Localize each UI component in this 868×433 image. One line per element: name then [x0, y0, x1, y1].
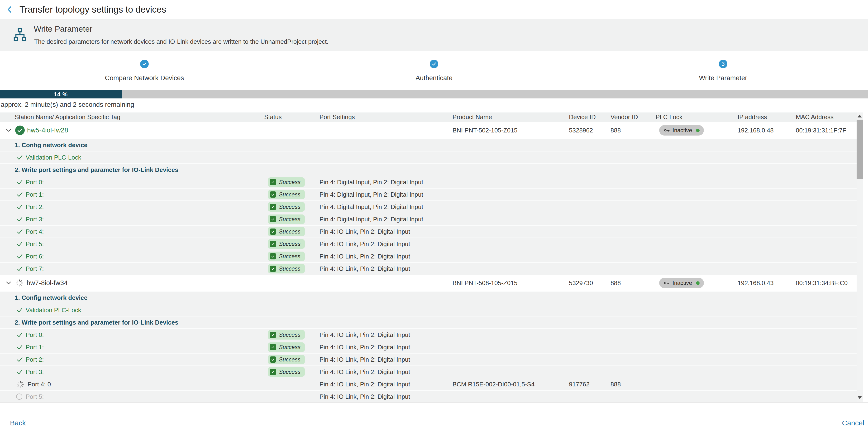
- port-settings-value: Pin 4: IO Link, Pin 2: Digital Input: [319, 344, 453, 351]
- back-chevron-icon[interactable]: [5, 5, 14, 14]
- stepper-connector: [149, 64, 430, 64]
- product-name-value: BNI PNT-502-105-Z015: [453, 127, 569, 134]
- badge-checkbox-icon: [270, 332, 276, 338]
- status-badge: Success: [268, 342, 305, 352]
- row-label: hw5-4iol-fw28: [27, 126, 68, 134]
- row-label: Port 5:: [26, 393, 44, 400]
- transfer-topology-dialog: Transfer topology settings to devices Wr…: [0, 0, 868, 433]
- topology-icon: [13, 28, 27, 42]
- col-product-name: Product Name: [453, 113, 569, 121]
- table-row: Port 2: Success Pin 4: Digital Input, Pi…: [0, 200, 868, 213]
- vendor-id-value: 888: [611, 381, 656, 388]
- port-settings-value: Pin 4: IO Link, Pin 2: Digital Input: [319, 253, 453, 260]
- spinner-icon: [16, 380, 24, 388]
- col-vendor-id: Vendor ID: [611, 113, 656, 121]
- plc-lock-badge: Inactive: [659, 125, 704, 136]
- row-label: Port 1:: [26, 191, 44, 198]
- status-badge: Success: [268, 355, 305, 364]
- plc-lock-label: Inactive: [673, 127, 692, 134]
- col-ip-address: IP address: [738, 113, 796, 121]
- status-badge: Success: [268, 227, 305, 236]
- table-row: Port 5: Pin 4: IO Link, Pin 2: Digital I…: [0, 390, 868, 402]
- plc-lock-label: Inactive: [673, 280, 692, 286]
- cancel-button[interactable]: Cancel: [842, 419, 864, 427]
- badge-label: Success: [279, 241, 301, 247]
- badge-label: Success: [279, 228, 301, 235]
- table-row: 1. Config network device: [0, 139, 868, 151]
- row-label: 2. Write port settings and parameter for…: [15, 319, 178, 326]
- page-title: Transfer topology settings to devices: [20, 4, 166, 15]
- scrollbar-up-icon[interactable]: [858, 115, 862, 117]
- check-icon: [16, 154, 23, 161]
- table-row: 1. Config network device: [0, 291, 868, 304]
- step-3-label: Write Parameter: [664, 74, 782, 82]
- plc-lock-badge: Inactive: [659, 278, 704, 288]
- table-row: Port 2: Success Pin 4: IO Link, Pin 2: D…: [0, 353, 868, 366]
- back-button[interactable]: Back: [10, 419, 26, 427]
- scrollbar-right-gap: [863, 113, 868, 402]
- status-badge: Success: [268, 330, 305, 340]
- row-label: hw7-8iol-fw34: [27, 279, 68, 287]
- row-label: Port 3:: [26, 368, 44, 376]
- row-label: Validation PLC-Lock: [26, 154, 81, 161]
- badge-checkbox-icon: [270, 369, 276, 375]
- badge-checkbox-icon: [270, 179, 276, 185]
- badge-checkbox-icon: [270, 204, 276, 210]
- table-row: Port 5: Success Pin 4: IO Link, Pin 2: D…: [0, 237, 868, 250]
- badge-label: Success: [279, 265, 301, 272]
- vertical-scrollbar[interactable]: [857, 113, 863, 402]
- check-icon: [16, 265, 23, 272]
- row-label: Port 7:: [26, 265, 44, 272]
- pending-circle-icon: [16, 394, 22, 400]
- table-row: Port 0: Success Pin 4: IO Link, Pin 2: D…: [0, 328, 868, 341]
- port-settings-value: Pin 4: IO Link, Pin 2: Digital Input: [319, 356, 453, 363]
- row-label: Port 6:: [26, 253, 44, 260]
- table-row[interactable]: hw5-4iol-fw28 BNI PNT-502-105-Z015 53289…: [0, 122, 868, 139]
- row-label: Validation PLC-Lock: [26, 307, 81, 314]
- scrollbar-thumb[interactable]: [857, 120, 863, 179]
- port-settings-value: Pin 4: IO Link, Pin 2: Digital Input: [319, 381, 453, 388]
- check-icon: [16, 344, 23, 351]
- step-1-check-circle: [140, 60, 149, 68]
- status-badge: Success: [268, 239, 305, 249]
- row-label: Port 1:: [26, 344, 44, 351]
- table-row: Port 1: Success Pin 4: IO Link, Pin 2: D…: [0, 341, 868, 353]
- check-icon: [16, 253, 23, 260]
- port-settings-value: Pin 4: IO Link, Pin 2: Digital Input: [319, 228, 453, 235]
- check-icon: [16, 228, 23, 235]
- step-info-banner: Write Parameter The desired parameters f…: [0, 19, 868, 51]
- progress-fill: 14 %: [0, 90, 122, 98]
- row-label: Port 2:: [26, 203, 44, 211]
- col-plc-lock: PLC Lock: [656, 113, 738, 121]
- top-bar: Transfer topology settings to devices: [0, 0, 868, 19]
- chevron-down-icon[interactable]: [5, 280, 12, 286]
- status-badge: Success: [268, 177, 305, 187]
- table-row: Port 4: Success Pin 4: IO Link, Pin 2: D…: [0, 225, 868, 237]
- time-remaining-text: approx. 2 minute(s) and 2 seconds remain…: [1, 101, 134, 109]
- table-row: Validation PLC-Lock: [0, 304, 868, 316]
- key-icon: [663, 127, 670, 134]
- success-circle-icon: [15, 125, 25, 135]
- step-2-check-circle: [430, 60, 438, 68]
- plc-lock-status-dot: [696, 281, 700, 285]
- badge-label: Success: [279, 191, 301, 198]
- table-row[interactable]: hw7-8iol-fw34 BNI PNT-508-105-Z015 53297…: [0, 275, 868, 291]
- device-id-value: 5329730: [569, 280, 611, 287]
- plc-lock-status-dot: [696, 128, 700, 132]
- port-settings-value: Pin 4: Digital Input, Pin 2: Digital Inp…: [319, 203, 453, 211]
- ip-address-value: 192.168.0.48: [738, 127, 796, 134]
- row-label: Port 0:: [26, 179, 44, 186]
- vendor-id-value: 888: [611, 127, 656, 134]
- table-row: Port 6: Success Pin 4: IO Link, Pin 2: D…: [0, 250, 868, 262]
- port-settings-value: Pin 4: Digital Input, Pin 2: Digital Inp…: [319, 179, 453, 186]
- port-settings-value: Pin 4: IO Link, Pin 2: Digital Input: [319, 265, 453, 272]
- badge-checkbox-icon: [270, 192, 276, 198]
- step-1-label: Compare Network Devices: [85, 74, 204, 82]
- chevron-down-icon[interactable]: [5, 127, 12, 134]
- col-port-settings: Port Settings: [319, 113, 453, 121]
- check-icon: [16, 331, 23, 338]
- scrollbar-down-icon[interactable]: [858, 396, 862, 399]
- check-icon: [16, 307, 23, 314]
- badge-label: Success: [279, 369, 301, 375]
- status-badge: Success: [268, 190, 305, 199]
